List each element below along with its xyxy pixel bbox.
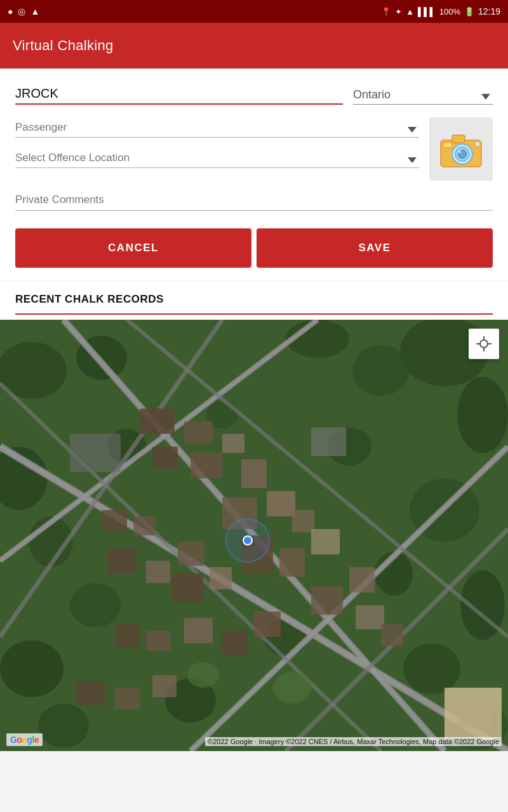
svg-rect-60 <box>210 567 232 589</box>
private-comments-input[interactable] <box>15 190 493 211</box>
offence-camera-row: Passenger Select Offence Location <box>15 117 493 181</box>
svg-rect-46 <box>222 434 244 453</box>
svg-rect-61 <box>311 586 343 615</box>
svg-rect-47 <box>241 459 267 488</box>
form-area: Passenger Select Offence Location <box>0 69 508 280</box>
license-field-group <box>15 84 343 105</box>
svg-point-77 <box>273 672 311 704</box>
svg-rect-71 <box>114 688 140 710</box>
location-icon: 📍 <box>381 7 391 16</box>
svg-rect-56 <box>108 548 137 573</box>
svg-rect-55 <box>133 516 156 535</box>
svg-point-22 <box>403 643 460 694</box>
svg-rect-75 <box>70 434 121 472</box>
svg-rect-54 <box>102 510 127 532</box>
svg-point-13 <box>352 345 410 396</box>
svg-rect-66 <box>146 631 170 651</box>
google-logo: Google <box>6 733 43 746</box>
bluetooth-icon: ✦ <box>395 7 402 16</box>
svg-rect-52 <box>279 548 305 577</box>
notification-icon-2: ◎ <box>18 6 25 16</box>
province-input[interactable] <box>353 86 493 105</box>
svg-point-17 <box>70 583 121 627</box>
camera-button[interactable] <box>429 117 493 181</box>
svg-rect-62 <box>349 567 375 593</box>
notification-icon-1: ● <box>8 6 13 16</box>
marker-dot <box>243 535 253 546</box>
svg-rect-69 <box>254 612 281 637</box>
location-button[interactable] <box>469 329 499 359</box>
svg-rect-57 <box>146 561 170 583</box>
recent-chalk-records-section: RECENT CHALK RECORDS <box>0 282 508 320</box>
passenger-select[interactable]: Passenger <box>15 117 419 138</box>
svg-rect-53 <box>311 529 340 554</box>
notification-icon-3: ▲ <box>30 6 39 16</box>
svg-rect-68 <box>222 631 248 655</box>
marker-ring <box>225 518 270 563</box>
cancel-button[interactable]: CANCEL <box>15 228 251 268</box>
svg-rect-74 <box>457 700 492 729</box>
map-attribution: Google ©2022 Google · Imagery ©2022 CNES… <box>0 733 508 746</box>
status-bar-left-icons: ● ◎ ▲ <box>8 6 39 16</box>
map-marker <box>225 518 270 563</box>
svg-point-6 <box>458 150 462 154</box>
offence-fields: Passenger Select Offence Location <box>15 117 419 168</box>
app-title: Virtual Chalking <box>13 37 113 54</box>
svg-rect-76 <box>311 428 346 456</box>
svg-point-12 <box>457 377 508 453</box>
svg-rect-65 <box>114 624 140 646</box>
battery-percentage: 100% <box>439 7 460 16</box>
svg-rect-59 <box>171 573 203 602</box>
status-bar-right: 📍 ✦ ▲ ▌▌▌ 100% 🔋 12:19 <box>381 6 500 16</box>
app-bar: Virtual Chalking <box>0 23 508 69</box>
svg-point-78 <box>187 662 219 688</box>
svg-rect-70 <box>76 681 105 705</box>
save-button[interactable]: SAVE <box>257 228 493 268</box>
map-container[interactable]: Google ©2022 Google · Imagery ©2022 CNES… <box>0 320 508 751</box>
offence-location-field: Select Offence Location <box>15 148 419 168</box>
plate-province-row <box>15 84 493 105</box>
svg-rect-58 <box>178 542 204 566</box>
svg-rect-44 <box>152 447 178 469</box>
offence-location-select[interactable]: Select Offence Location <box>15 148 419 168</box>
svg-rect-50 <box>292 510 314 532</box>
svg-point-18 <box>0 640 64 697</box>
battery-icon: 🔋 <box>464 7 474 16</box>
svg-rect-2 <box>443 143 452 148</box>
records-divider <box>15 313 493 315</box>
clock: 12:19 <box>478 6 500 16</box>
signal-icon: ▌▌▌ <box>418 7 436 16</box>
svg-rect-42 <box>140 409 175 434</box>
map-copyright: ©2022 Google · Imagery ©2022 CNES / Airb… <box>205 737 502 746</box>
svg-rect-43 <box>184 421 213 443</box>
svg-point-79 <box>480 340 488 348</box>
crosshair-icon <box>475 335 493 353</box>
province-field-group <box>353 86 493 105</box>
svg-rect-1 <box>452 135 465 143</box>
svg-rect-49 <box>267 491 295 516</box>
camera-icon <box>438 128 484 171</box>
svg-rect-45 <box>190 453 222 478</box>
license-plate-input[interactable] <box>15 84 343 105</box>
records-title: RECENT CHALK RECORDS <box>15 293 493 306</box>
svg-rect-63 <box>356 605 384 629</box>
svg-point-7 <box>475 141 480 147</box>
status-bar: ● ◎ ▲ 📍 ✦ ▲ ▌▌▌ 100% 🔋 12:19 <box>0 0 508 23</box>
svg-rect-64 <box>381 624 403 646</box>
action-buttons-row: CANCEL SAVE <box>15 228 493 268</box>
passenger-field: Passenger <box>15 117 419 138</box>
svg-rect-67 <box>184 618 213 643</box>
wifi-icon: ▲ <box>406 7 414 16</box>
svg-rect-72 <box>152 675 177 697</box>
